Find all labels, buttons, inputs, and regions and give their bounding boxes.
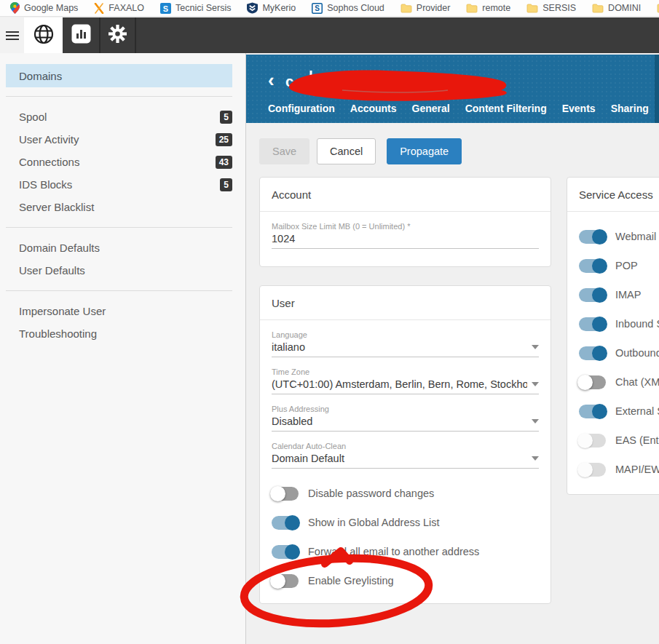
sidebar-item-domain-defaults[interactable]: Domain Defaults	[6, 236, 232, 259]
folder-icon	[592, 3, 604, 13]
sidebar-item-troubleshooting[interactable]: Troubleshooting	[6, 322, 232, 345]
bookmark-label: Tecnici Sersis	[175, 3, 231, 13]
sidebar-item-label: Spool	[19, 111, 47, 123]
card-title: User	[260, 286, 551, 320]
bookmark-sersis[interactable]: SERSIS	[526, 3, 576, 13]
bookmark-label: SERSIS	[542, 3, 576, 13]
toggle-label: External SMTP	[615, 405, 659, 417]
bookmark-domini[interactable]: DOMINI	[592, 3, 641, 13]
select-value: Domain Default	[272, 453, 527, 464]
field-label: Time Zone	[272, 367, 539, 376]
bookmark-label: Sophos Cloud	[327, 3, 384, 13]
calendar-autoclean-select[interactable]: Domain Default	[272, 453, 539, 469]
sidebar-item-user-activity[interactable]: User Activity 25	[6, 128, 232, 151]
field-label: Language	[272, 330, 539, 339]
bookmark-tecnici-sersis[interactable]: S Tecnici Sersis	[160, 3, 231, 14]
svg-text:S: S	[163, 4, 168, 12]
account-card: Account Mailbox Size Limit MB (0 = Unlim…	[259, 177, 551, 267]
hamburger-icon	[6, 29, 19, 42]
toggle-label: Inbound SMTP	[615, 318, 659, 330]
tab-events[interactable]: Events	[562, 103, 596, 114]
toggle-label: Enable Greylisting	[308, 575, 394, 587]
toggle-row-inbound-smtp: Inbound SMTP	[567, 309, 659, 338]
sidebar-item-domains[interactable]: Domains	[6, 64, 232, 87]
bookmark-faxalo[interactable]: FAXALO	[94, 3, 144, 14]
faxalo-x-icon	[94, 3, 104, 14]
propagate-button[interactable]: Propagate	[387, 138, 462, 164]
back-button[interactable]: ‹	[268, 71, 275, 90]
domain-title: c	[285, 73, 293, 90]
tab-accounts[interactable]: Accounts	[350, 103, 397, 114]
tab-sharing[interactable]: Sharing	[611, 103, 649, 114]
inbound-smtp-toggle[interactable]	[579, 317, 606, 331]
toggle-row-mapi-ews: MAPI/EWS	[567, 455, 659, 484]
plus-addressing-select[interactable]: Disabled	[272, 416, 539, 432]
language-select-field: Language italiano	[272, 330, 539, 357]
bookmark-provider[interactable]: Provider	[400, 3, 451, 13]
field-label: Calendar Auto-Clean	[272, 442, 539, 450]
forward-email-toggle[interactable]	[272, 545, 299, 559]
sidebar-item-spool[interactable]: Spool 5	[6, 106, 232, 128]
tab-settings[interactable]	[100, 17, 136, 53]
tab-content-filtering[interactable]: Content Filtering	[465, 103, 547, 114]
sidebar-item-label: User Activity	[19, 133, 79, 146]
bookmark-label: DOMINI	[608, 3, 641, 13]
sidebar-item-impersonate-user[interactable]: Impersonate User	[6, 300, 232, 322]
toggle-label: IMAP	[615, 289, 641, 301]
count-badge: 25	[216, 133, 232, 146]
field-label: Mailbox Size Limit MB (0 = Unlimited) *	[272, 222, 539, 231]
blue-s-square-icon: S	[160, 3, 171, 14]
sidebar-item-server-blacklist[interactable]: Server Blacklist	[6, 196, 232, 218]
service-access-card: Service Access Webmail POP IMAP Inbound …	[567, 177, 659, 495]
select-value: Disabled	[272, 416, 527, 427]
toggle-label: EAS (Enterprise)	[615, 434, 659, 446]
count-badge: 43	[216, 156, 232, 169]
disable-password-changes-toggle[interactable]	[272, 487, 299, 501]
toggle-row-imap: IMAP	[567, 280, 659, 309]
bookmark-mykerio[interactable]: MyKerio	[247, 2, 296, 14]
chat-xmpp-toggle[interactable]	[579, 375, 606, 389]
mapi-ews-toggle[interactable]	[579, 463, 606, 477]
toggle-label: POP	[615, 260, 638, 271]
eas-toggle[interactable]	[579, 434, 606, 448]
tab-reports[interactable]	[63, 17, 100, 53]
sidebar-item-label: Server Blacklist	[19, 201, 94, 213]
tab-domain-globe[interactable]	[24, 17, 63, 53]
show-in-gal-toggle[interactable]	[272, 516, 299, 530]
calendar-autoclean-select-field: Calendar Auto-Clean Domain Default	[272, 442, 539, 469]
sidebar-divider	[6, 227, 232, 228]
toggle-row-disable-password: Disable password changes	[260, 479, 551, 508]
sidebar-divider	[6, 96, 232, 97]
bar-chart-icon	[71, 24, 91, 47]
enable-greylisting-toggle[interactable]	[272, 574, 299, 588]
tab-configuration[interactable]: Configuration	[268, 103, 335, 114]
pop-toggle[interactable]	[579, 259, 606, 273]
sidebar-divider	[6, 290, 232, 291]
field-label: Plus Addressing	[272, 405, 539, 413]
folder-icon	[466, 3, 478, 13]
timezone-select[interactable]: (UTC+01:00) Amsterdam, Berlin, Bern, Rom…	[272, 378, 539, 394]
toggle-row-external-smtp: External SMTP	[567, 397, 659, 426]
menu-button[interactable]	[0, 17, 24, 53]
sidebar-item-ids-blocks[interactable]: IDS Blocks 5	[6, 173, 232, 196]
user-card: User Language italiano Time Zone (UTC+01…	[259, 285, 551, 604]
domain-header: ‹ c Configuration Accounts General Conte…	[246, 55, 659, 123]
webmail-toggle[interactable]	[579, 230, 606, 244]
sidebar-item-user-defaults[interactable]: User Defaults	[6, 259, 232, 282]
save-button[interactable]: Save	[259, 138, 309, 164]
language-select[interactable]: italiano	[272, 341, 539, 357]
toggle-label: Chat (XMPP)	[615, 376, 659, 388]
mailbox-size-input[interactable]: 1024	[272, 233, 539, 245]
bookmark-sophos-cloud[interactable]: S Sophos Cloud	[312, 3, 384, 14]
sidebar-item-connections[interactable]: Connections 43	[6, 151, 232, 173]
external-smtp-toggle[interactable]	[579, 405, 606, 418]
imap-toggle[interactable]	[579, 288, 606, 302]
tab-general[interactable]: General	[412, 103, 450, 114]
cancel-button[interactable]: Cancel	[317, 138, 376, 164]
count-badge: 5	[220, 111, 232, 124]
toggle-row-chat-xmpp: Chat (XMPP)	[567, 367, 659, 397]
bookmark-label: MyKerio	[262, 3, 296, 13]
bookmark-google-maps[interactable]: Google Maps	[10, 2, 78, 14]
outbound-smtp-toggle[interactable]	[579, 346, 606, 360]
bookmark-remote[interactable]: remote	[466, 3, 510, 13]
